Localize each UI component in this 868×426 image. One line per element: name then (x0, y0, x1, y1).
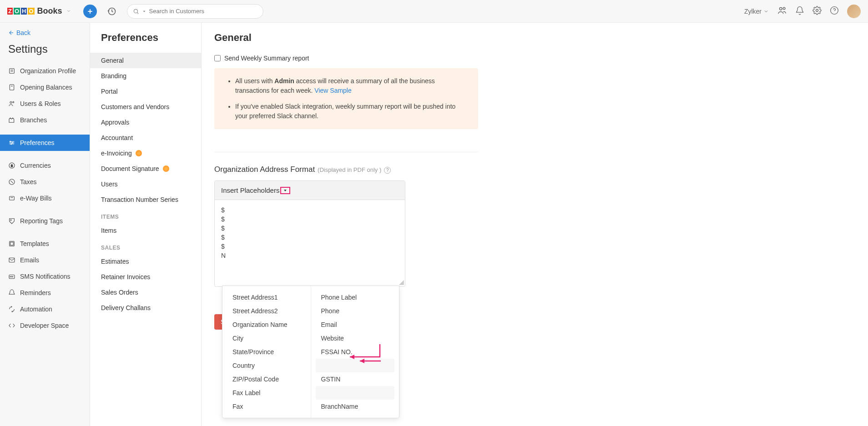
settings-item-preferences[interactable]: Preferences (0, 135, 90, 151)
placeholder-item-blank[interactable] (316, 359, 395, 372)
placeholder-item-branchname[interactable]: BranchName (311, 400, 399, 413)
settings-sidebar: Back Settings Organization ProfileOpenin… (0, 23, 90, 426)
placeholder-item-gstin[interactable]: GSTIN (311, 372, 399, 386)
placeholder-item-organization-name[interactable]: Organization Name (222, 318, 311, 331)
svg-point-18 (13, 101, 14, 103)
prefs-item-estimates[interactable]: Estimates (90, 254, 201, 269)
placeholder-item-phone[interactable]: Phone (311, 304, 399, 318)
placeholder-item-state-province[interactable]: State/Province (222, 345, 311, 359)
prefs-item-customers-and-vendors[interactable]: Customers and Vendors (90, 99, 201, 115)
settings-item-icon (8, 139, 15, 146)
prefs-section-heading: ITEMS (90, 207, 201, 223)
placeholder-item-email[interactable]: Email (311, 318, 399, 331)
placeholder-column-1: Street Address1Street Address2Organizati… (222, 286, 311, 418)
prefs-item-e-invoicing[interactable]: e-Invoicing (90, 145, 201, 161)
history-icon[interactable] (105, 5, 119, 18)
avatar[interactable] (847, 5, 861, 18)
chevron-down-icon[interactable] (66, 8, 71, 15)
settings-item-emails[interactable]: Emails (0, 252, 90, 268)
svg-rect-34 (9, 258, 15, 262)
weekly-summary-checkbox[interactable] (214, 55, 221, 61)
svg-point-38 (12, 276, 13, 277)
settings-item-icon (8, 256, 15, 264)
settings-item-users-roles[interactable]: Users & Roles (0, 95, 90, 112)
resize-handle-icon[interactable]: ◢ (399, 278, 404, 286)
add-button[interactable] (83, 5, 97, 18)
prefs-item-accountant[interactable]: Accountant (90, 130, 201, 145)
settings-item-icon (8, 178, 15, 185)
placeholder-item-website[interactable]: Website (311, 331, 399, 345)
settings-item-organization-profile[interactable]: Organization Profile (0, 63, 90, 79)
placeholder-item-street-address-[interactable]: Street Address2 (222, 304, 311, 318)
settings-item-developer-space[interactable]: Developer Space (0, 317, 90, 334)
settings-item-sms-notifications[interactable]: SMS Notifications (0, 268, 90, 285)
topbar-right: Zylker (744, 5, 861, 18)
search-input[interactable] (149, 8, 257, 15)
settings-item-automation[interactable]: Automation (0, 301, 90, 317)
org-switcher[interactable]: Zylker (744, 8, 769, 15)
settings-item-taxes[interactable]: Taxes (0, 174, 90, 190)
address-format-textarea[interactable]: $$$$$N ◢ (215, 200, 405, 286)
weekly-summary-label: Send Weekly Summary report (224, 55, 309, 62)
logo-text: Books (37, 6, 62, 16)
settings-item-reporting-tags[interactable]: Reporting Tags (0, 213, 90, 229)
prefs-item-branding[interactable]: Branding (90, 68, 201, 84)
settings-item-opening-balances[interactable]: Opening Balances (0, 79, 90, 95)
prefs-item-items[interactable]: Items (90, 223, 201, 238)
help-icon[interactable] (830, 6, 839, 16)
settings-item-icon (8, 273, 15, 280)
info-line-1: All users with Admin access will receive… (235, 76, 465, 95)
svg-rect-12 (10, 69, 15, 74)
addr-format-header: Organization Address Format (Displayed i… (214, 152, 478, 174)
placeholder-item-fax[interactable]: Fax (222, 400, 311, 413)
view-sample-link[interactable]: View Sample (314, 87, 351, 94)
placeholder-item-street-address-[interactable]: Street Address1 (222, 291, 311, 304)
new-badge-icon (163, 165, 169, 172)
svg-point-23 (12, 142, 13, 143)
addr-line: $ (221, 216, 399, 223)
chevron-down-icon[interactable] (142, 9, 146, 14)
settings-title: Settings (0, 39, 90, 63)
addr-line: $ (221, 234, 399, 241)
prefs-item-general[interactable]: General (90, 53, 201, 68)
insert-placeholders-button[interactable]: Insert Placeholders (215, 181, 405, 200)
prefs-item-retainer-invoices[interactable]: Retainer Invoices (90, 269, 201, 285)
placeholder-item-city[interactable]: City (222, 331, 311, 345)
svg-point-3 (134, 9, 137, 13)
svg-point-6 (780, 8, 782, 10)
help-icon[interactable]: ? (384, 167, 391, 174)
settings-item-branches[interactable]: Branches (0, 112, 90, 128)
logo[interactable]: ZOHO Books (7, 6, 71, 16)
users-icon[interactable] (777, 5, 787, 17)
dropdown-arrow-icon[interactable] (280, 187, 290, 194)
settings-item-currencies[interactable]: $Currencies (0, 157, 90, 174)
prefs-item-users[interactable]: Users (90, 176, 201, 192)
placeholder-item-fssai-no-[interactable]: FSSAI NO. (311, 345, 399, 359)
placeholder-item-zip-postal-code[interactable]: ZIP/Postal Code (222, 372, 311, 386)
settings-item-templates[interactable]: Templates (0, 236, 90, 252)
back-link[interactable]: Back (0, 23, 90, 39)
svg-point-31 (10, 220, 11, 221)
arrow-left-icon (8, 30, 15, 36)
prefs-item-delivery-challans[interactable]: Delivery Challans (90, 300, 201, 316)
placeholder-item-phone-label[interactable]: Phone Label (311, 291, 399, 304)
prefs-item-transaction-number-series[interactable]: Transaction Number Series (90, 192, 201, 207)
placeholder-item-fax-label[interactable]: Fax Label (222, 386, 311, 400)
placeholder-item-blank[interactable] (316, 386, 395, 400)
prefs-item-document-signature[interactable]: Document Signature (90, 161, 201, 176)
new-badge-icon (136, 150, 142, 156)
gear-icon[interactable] (812, 6, 822, 16)
settings-item-e-way-bills[interactable]: e-Way Bills (0, 190, 90, 206)
bell-icon[interactable] (795, 6, 804, 16)
chevron-down-icon (763, 9, 769, 14)
settings-item-reminders[interactable]: Reminders (0, 285, 90, 301)
prefs-item-portal[interactable]: Portal (90, 84, 201, 99)
search-input-wrap[interactable] (127, 4, 263, 19)
placeholder-column-2: Phone LabelPhoneEmailWebsiteFSSAI NO.GST… (311, 286, 399, 418)
prefs-item-approvals[interactable]: Approvals (90, 115, 201, 130)
placeholder-dropdown: Street Address1Street Address2Organizati… (222, 286, 399, 418)
settings-item-icon (8, 289, 15, 296)
placeholder-item-country[interactable]: Country (222, 359, 311, 372)
svg-line-28 (10, 180, 13, 183)
prefs-item-sales-orders[interactable]: Sales Orders (90, 285, 201, 300)
